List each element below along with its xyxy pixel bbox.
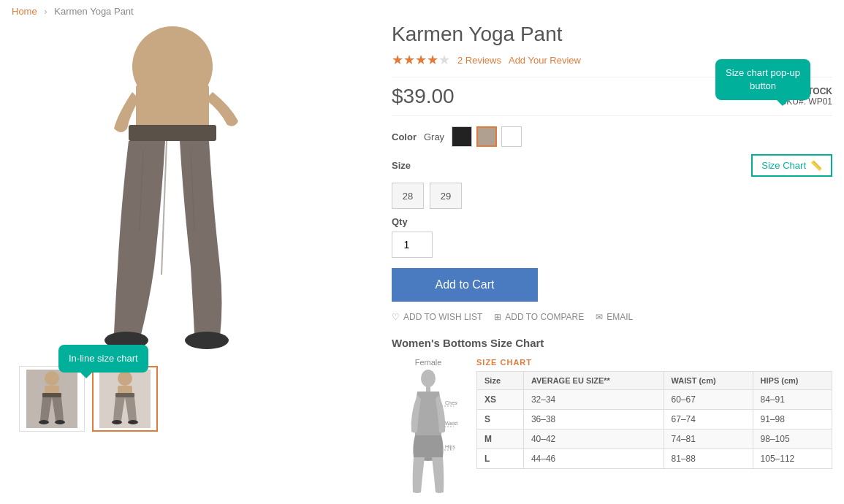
wish-list-label: ADD TO WISH LIST — [403, 312, 482, 322]
product-main-image-svg — [48, 26, 297, 355]
table-cell-waist: 74–81 — [664, 429, 753, 449]
ruler-icon: 📏 — [810, 160, 822, 171]
compare-icon: ⊞ — [494, 312, 501, 322]
table-cell-size: L — [477, 449, 524, 469]
qty-row: Qty — [392, 216, 832, 258]
wish-list-link[interactable]: ♡ ADD TO WISH LIST — [392, 312, 482, 322]
heart-icon: ♡ — [392, 312, 400, 322]
svg-point-19 — [128, 420, 138, 424]
table-cell-size: S — [477, 410, 524, 429]
color-swatch-gray[interactable] — [476, 126, 497, 147]
size-btn-29[interactable]: 29 — [430, 183, 462, 209]
table-cell-size: M — [477, 429, 524, 449]
table-cell-size: XS — [477, 390, 524, 410]
color-swatch-white[interactable] — [501, 126, 522, 147]
email-link[interactable]: ✉ EMAIL — [596, 312, 633, 322]
star-rating: ★★★★★ — [392, 52, 450, 68]
table-row: XS32–3460–6784–91 — [477, 390, 832, 410]
breadcrumb-current: Karmen Yoga Pant — [54, 6, 133, 17]
inline-size-chart-callout: In-line size chart — [58, 345, 148, 373]
qty-input[interactable] — [392, 232, 433, 258]
female-figure-svg: Chest Waist Hips — [399, 370, 457, 494]
main-image — [12, 23, 333, 359]
col-hips: HIPS (cm) — [753, 372, 832, 390]
breadcrumb-separator: › — [44, 6, 47, 17]
color-row: Color Gray — [392, 126, 832, 147]
size-chart-label: SIZE CHART — [476, 358, 832, 367]
thumbnail-2-image — [99, 370, 151, 428]
color-swatch-black[interactable] — [452, 126, 472, 147]
table-cell-waist: 67–74 — [664, 410, 753, 429]
svg-point-18 — [112, 420, 122, 424]
svg-point-4 — [185, 332, 229, 349]
size-label: Size — [392, 160, 411, 171]
table-header-row: Size AVERAGE EU SIZE** WAIST (cm) HIPS (… — [477, 372, 832, 390]
svg-point-9 — [45, 371, 59, 386]
table-cell-hips: 84–91 — [753, 390, 832, 410]
thumbnail-2[interactable] — [92, 366, 158, 432]
size-section: Size Size Chart 📏 28 29 — [392, 154, 832, 209]
thumbnail-1-image — [26, 370, 77, 428]
size-chart-popup-callout: Size chart pop-up button — [715, 59, 810, 100]
svg-rect-21 — [426, 386, 430, 392]
table-row: S36–3867–7491–98 — [477, 410, 832, 429]
svg-rect-2 — [129, 125, 216, 141]
add-to-cart-button[interactable]: Add to Cart — [392, 268, 538, 302]
col-waist: WAIST (cm) — [664, 372, 753, 390]
product-details: Size chart pop-up button Karmen Yoga Pan… — [362, 23, 832, 496]
figure-label: Female — [392, 358, 465, 367]
email-label: EMAIL — [607, 312, 633, 322]
table-cell-hips: 91–98 — [753, 410, 832, 429]
product-title: Karmen Yoga Pant — [392, 23, 832, 46]
col-eu: AVERAGE EU SIZE** — [523, 372, 664, 390]
qty-label: Qty — [392, 216, 832, 227]
table-cell-eu: 44–46 — [523, 449, 664, 469]
female-figure: Female — [392, 358, 465, 496]
size-table-wrapper: SIZE CHART Size AVERAGE EU SIZE** WAIST … — [476, 358, 832, 469]
table-cell-waist: 60–67 — [664, 390, 753, 410]
compare-label: ADD TO COMPARE — [505, 312, 584, 322]
size-table-body: XS32–3460–6784–91S36–3867–7491–98M40–427… — [477, 390, 832, 469]
svg-text:Hips: Hips — [445, 444, 456, 450]
compare-link[interactable]: ⊞ ADD TO COMPARE — [494, 312, 584, 322]
svg-point-12 — [39, 420, 49, 424]
col-size: Size — [477, 372, 524, 390]
size-chart-content: Female — [392, 358, 832, 496]
svg-rect-11 — [42, 393, 61, 397]
thumbnail-1[interactable] — [19, 366, 85, 432]
table-cell-hips: 105–112 — [753, 449, 832, 469]
svg-point-15 — [118, 371, 132, 386]
svg-rect-1 — [136, 85, 209, 129]
color-value: Gray — [424, 131, 444, 142]
add-review-link[interactable]: Add Your Review — [509, 55, 581, 66]
svg-point-13 — [55, 420, 65, 424]
action-links: ♡ ADD TO WISH LIST ⊞ ADD TO COMPARE ✉ EM… — [392, 312, 832, 322]
color-label: Color — [392, 131, 417, 142]
breadcrumb-home[interactable]: Home — [12, 6, 37, 17]
color-swatches — [452, 126, 522, 147]
product-images: In-line size chart — [12, 23, 362, 496]
sku-value: WP01 — [808, 96, 832, 107]
size-buttons: 28 29 — [392, 183, 832, 209]
size-chart-section: Women's Bottoms Size Chart Female — [392, 337, 832, 496]
table-cell-hips: 98–105 — [753, 429, 832, 449]
svg-text:Waist: Waist — [445, 421, 457, 426]
table-cell-eu: 40–42 — [523, 429, 664, 449]
table-row: M40–4274–8198–105 — [477, 429, 832, 449]
size-header: Size Size Chart 📏 — [392, 154, 832, 177]
svg-rect-17 — [115, 393, 134, 397]
table-cell-eu: 36–38 — [523, 410, 664, 429]
size-btn-28[interactable]: 28 — [392, 183, 424, 209]
svg-text:Chest: Chest — [445, 400, 457, 405]
product-price: $39.00 — [392, 85, 455, 108]
breadcrumb: Home › Karmen Yoga Pant — [0, 0, 844, 23]
svg-point-20 — [421, 370, 436, 387]
size-chart-btn-label: Size Chart — [761, 160, 806, 171]
table-cell-waist: 81–88 — [664, 449, 753, 469]
reviews-link[interactable]: 2 Reviews — [457, 55, 501, 66]
size-chart-section-title: Women's Bottoms Size Chart — [392, 337, 832, 349]
table-cell-eu: 32–34 — [523, 390, 664, 410]
size-chart-button[interactable]: Size Chart 📏 — [751, 154, 832, 177]
email-icon: ✉ — [596, 312, 603, 322]
page-layout: In-line size chart — [0, 23, 844, 504]
